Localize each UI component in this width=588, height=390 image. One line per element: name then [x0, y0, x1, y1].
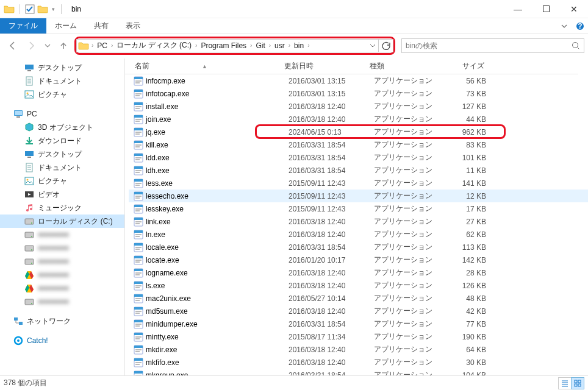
sidebar-item-network[interactable]: ネットワーク: [0, 314, 124, 328]
refresh-button[interactable]: [379, 39, 393, 52]
column-date[interactable]: 更新日時: [281, 61, 366, 71]
file-row[interactable]: ldd.exe2016/03/31 18:54アプリケーション101 KB: [129, 151, 588, 164]
file-row[interactable]: minidumper.exe2016/03/31 18:54アプリケーション77…: [129, 317, 588, 330]
application-icon: [134, 370, 143, 376]
help-button[interactable]: ?: [572, 18, 588, 34]
file-date: 2015/09/11 12:43: [285, 192, 370, 200]
recent-locations-button[interactable]: [43, 37, 52, 54]
sidebar-item[interactable]: ■■■■■■■: [0, 255, 124, 268]
minimize-button[interactable]: —: [504, 0, 532, 18]
address-dropdown[interactable]: [367, 43, 378, 49]
sidebar-item[interactable]: ダウンロード: [0, 134, 124, 147]
svg-rect-36: [135, 82, 140, 83]
breadcrumb-sep[interactable]: ›: [287, 42, 292, 49]
svg-rect-51: [135, 132, 142, 133]
file-row[interactable]: mkgroup.exe2016/03/31 18:54アプリケーション104 K…: [129, 369, 588, 375]
up-button[interactable]: [55, 37, 72, 54]
sidebar-item[interactable]: デスクトップ: [0, 61, 124, 74]
application-icon: [134, 230, 143, 239]
file-row[interactable]: mintty.exe2015/08/17 11:34アプリケーション190 KB: [129, 330, 588, 343]
sidebar-item[interactable]: デスクトップ: [0, 147, 124, 161]
tab-file[interactable]: ファイル: [0, 18, 46, 34]
search-input[interactable]: [402, 41, 568, 50]
breadcrumb-item[interactable]: PC: [95, 41, 110, 50]
svg-rect-56: [135, 146, 140, 147]
svg-rect-91: [135, 260, 142, 261]
sidebar-item[interactable]: ピクチャ: [0, 88, 124, 101]
file-row[interactable]: mac2unix.exe2016/05/27 10:14アプリケーション48 K…: [129, 292, 588, 305]
sidebar-item[interactable]: ドキュメント: [0, 74, 124, 88]
file-row[interactable]: lessecho.exe2015/09/11 12:43アプリケーション12 K…: [129, 190, 588, 202]
forward-button[interactable]: [23, 37, 40, 54]
file-row[interactable]: mkfifo.exe2016/03/18 12:40アプリケーション30 KB: [129, 356, 588, 369]
file-row[interactable]: mkdir.exe2016/03/18 12:40アプリケーション64 KB: [129, 343, 588, 356]
breadcrumb-sep[interactable]: ›: [90, 42, 95, 49]
sidebar-item[interactable]: ピクチャ: [0, 174, 124, 188]
file-row[interactable]: join.exe2016/03/18 12:40アプリケーション44 KB: [129, 113, 588, 126]
breadcrumb-sep[interactable]: ›: [249, 42, 253, 49]
file-row[interactable]: install.exe2016/03/18 12:40アプリケーション127 K…: [129, 100, 588, 113]
sidebar-item-catch[interactable]: Catch!: [0, 334, 124, 347]
sidebar-item[interactable]: ■■■■■■■: [0, 295, 124, 308]
breadcrumb-item[interactable]: ローカル ディスク (C:): [114, 40, 194, 51]
column-type[interactable]: 種類: [366, 61, 433, 71]
svg-rect-100: [135, 287, 140, 288]
breadcrumb-sep[interactable]: ›: [306, 42, 310, 49]
back-button[interactable]: [4, 37, 21, 54]
file-row[interactable]: kill.exe2016/03/31 18:54アプリケーション83 KB: [129, 138, 588, 151]
file-row[interactable]: locate.exe2016/01/20 10:17アプリケーション142 KB: [129, 254, 588, 266]
tab-view[interactable]: 表示: [117, 18, 149, 34]
view-icons-button[interactable]: [571, 377, 584, 389]
breadcrumb-sep[interactable]: ›: [110, 42, 114, 49]
application-icon: [134, 179, 143, 188]
breadcrumb-sep[interactable]: ›: [194, 42, 198, 49]
file-row[interactable]: ln.exe2016/03/18 12:40アプリケーション62 KB: [129, 228, 588, 241]
close-button[interactable]: ✕: [560, 0, 588, 18]
sidebar-item-pc[interactable]: PC: [0, 107, 124, 121]
sidebar-item[interactable]: ビデオ: [0, 188, 124, 201]
file-row[interactable]: infotocap.exe2016/03/01 13:15アプリケーション73 …: [129, 87, 588, 100]
address-bar[interactable]: › PC›ローカル ディスク (C:)›Program Files›Git›us…: [74, 37, 395, 55]
sidebar-item[interactable]: ■■■■■■■: [0, 268, 124, 282]
svg-rect-6: [27, 70, 31, 71]
file-row[interactable]: infocmp.exe2016/03/01 13:15アプリケーション56 KB: [129, 74, 588, 87]
breadcrumb-item[interactable]: bin: [292, 41, 306, 50]
sidebar-item[interactable]: ローカル ディスク (C:): [0, 214, 124, 228]
file-row[interactable]: jq.exe2024/06/15 0:13アプリケーション962 KB: [129, 126, 588, 138]
file-row[interactable]: md5sum.exe2016/03/18 12:40アプリケーション42 KB: [129, 305, 588, 317]
qat-checkbox-icon[interactable]: [25, 4, 35, 14]
tab-share[interactable]: 共有: [85, 18, 117, 34]
application-icon: [134, 243, 143, 252]
sidebar-item[interactable]: 3D オブジェクト: [0, 121, 124, 134]
sidebar-label: デスクトップ: [38, 63, 82, 73]
maximize-button[interactable]: [532, 0, 560, 18]
svg-rect-129: [575, 380, 577, 383]
qat-dropdown-icon[interactable]: ▾: [51, 6, 56, 12]
file-row[interactable]: ldh.exe2016/03/31 18:54アプリケーション11 KB: [129, 164, 588, 177]
file-name: mac2unix.exe: [146, 294, 191, 303]
view-details-button[interactable]: [558, 377, 572, 389]
file-row[interactable]: logname.exe2016/03/18 12:40アプリケーション28 KB: [129, 266, 588, 279]
file-row[interactable]: link.exe2016/03/18 12:40アプリケーション27 KB: [129, 215, 588, 228]
tab-home[interactable]: ホーム: [46, 18, 85, 34]
column-size[interactable]: サイズ: [433, 61, 488, 71]
sidebar-item[interactable]: ■■■■■■■: [0, 228, 124, 241]
file-size: 28 KB: [437, 269, 490, 277]
breadcrumb-item[interactable]: Git: [253, 41, 267, 50]
search-icon[interactable]: [568, 41, 584, 50]
file-row[interactable]: ls.exe2016/03/18 12:40アプリケーション126 KB: [129, 279, 588, 292]
sidebar-item[interactable]: ミュージック: [0, 201, 124, 214]
file-row[interactable]: locale.exe2016/03/31 18:54アプリケーション113 KB: [129, 241, 588, 254]
sidebar-item[interactable]: ドキュメント: [0, 161, 124, 174]
sidebar-label: ピクチャ: [38, 90, 67, 100]
file-row[interactable]: lesskey.exe2015/09/11 12:43アプリケーション17 KB: [129, 202, 588, 215]
breadcrumb-item[interactable]: usr: [272, 41, 287, 50]
breadcrumb-item[interactable]: Program Files: [198, 41, 249, 50]
svg-rect-119: [135, 349, 142, 350]
sidebar-item[interactable]: ■■■■■■■: [0, 241, 124, 255]
breadcrumb-sep[interactable]: ›: [268, 42, 272, 49]
ribbon-expand-button[interactable]: [556, 18, 572, 34]
sidebar-item[interactable]: ■■■■■■■: [0, 282, 124, 295]
file-row[interactable]: less.exe2015/09/11 12:43アプリケーション141 KB: [129, 177, 588, 190]
search-box[interactable]: [401, 38, 584, 53]
